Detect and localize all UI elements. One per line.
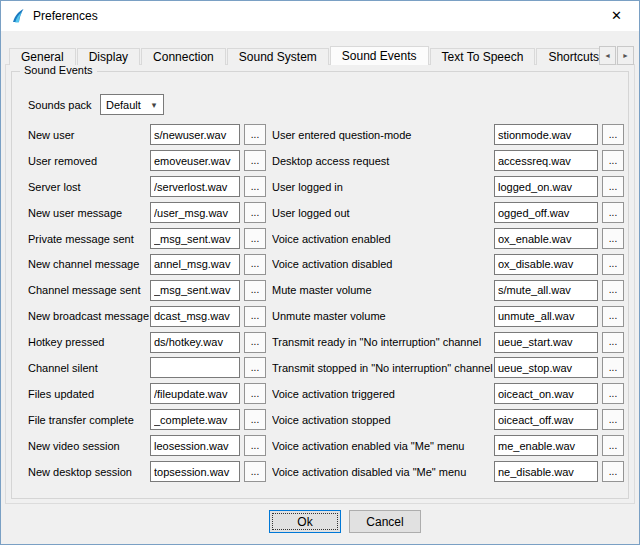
browse-button[interactable]: ... (244, 202, 266, 223)
sound-event-label: New user message (28, 207, 150, 219)
close-button[interactable]: ✕ (594, 1, 639, 30)
sound-file-input[interactable] (494, 124, 598, 145)
sound-file-input[interactable] (150, 124, 240, 145)
sound-event-label: User logged in (272, 181, 494, 193)
sound-event-row: Desktop access request... (272, 148, 624, 174)
sound-file-input[interactable] (150, 202, 240, 223)
sound-event-row: Voice activation disabled... (272, 251, 624, 277)
sound-event-label: File transfer complete (28, 414, 150, 426)
sound-file-input[interactable] (150, 150, 240, 171)
ok-button[interactable]: Ok (269, 510, 341, 533)
tab-bar: GeneralDisplayConnectionSound SystemSoun… (9, 46, 607, 65)
sound-file-input[interactable] (150, 357, 240, 378)
browse-button[interactable]: ... (602, 461, 624, 482)
browse-button[interactable]: ... (244, 332, 266, 353)
sound-file-input[interactable] (494, 228, 598, 249)
sounds-pack-label: Sounds pack (28, 99, 100, 111)
sound-event-row: Voice activation disabled via "Me" menu.… (272, 459, 624, 485)
tab-text-to-speech[interactable]: Text To Speech (430, 48, 536, 65)
sound-file-input[interactable] (494, 150, 598, 171)
sound-event-row: Voice activation enabled... (272, 226, 624, 252)
browse-button[interactable]: ... (244, 306, 266, 327)
sound-file-input[interactable] (494, 409, 598, 430)
sound-file-input[interactable] (150, 332, 240, 353)
window-title: Preferences (33, 9, 98, 23)
sound-file-input[interactable] (150, 254, 240, 275)
browse-button[interactable]: ... (244, 409, 266, 430)
sound-file-input[interactable] (494, 280, 598, 301)
sound-event-label: Files updated (28, 388, 150, 400)
browse-button[interactable]: ... (602, 150, 624, 171)
browse-button[interactable]: ... (244, 228, 266, 249)
browse-button[interactable]: ... (602, 357, 624, 378)
sound-file-input[interactable] (494, 461, 598, 482)
sound-file-input[interactable] (494, 176, 598, 197)
browse-button[interactable]: ... (602, 332, 624, 353)
browse-button[interactable]: ... (244, 176, 266, 197)
browse-button[interactable]: ... (602, 383, 624, 404)
tab-connection[interactable]: Connection (141, 48, 226, 65)
right-column: User entered question-mode...Desktop acc… (272, 122, 624, 484)
browse-button[interactable]: ... (602, 435, 624, 456)
browse-button[interactable]: ... (244, 357, 266, 378)
app-icon (10, 8, 26, 24)
sound-event-label: Transmit ready in "No interruption" chan… (272, 336, 494, 348)
sound-event-row: Channel silent... (28, 355, 266, 381)
sound-file-input[interactable] (150, 306, 240, 327)
sound-event-row: Channel message sent... (28, 277, 266, 303)
tab-scroll-right-icon[interactable]: ► (617, 46, 634, 65)
tab-scroll-left-icon[interactable]: ◄ (599, 46, 616, 65)
sound-event-row: Files updated... (28, 381, 266, 407)
browse-button[interactable]: ... (244, 280, 266, 301)
sound-event-label: Channel silent (28, 362, 150, 374)
browse-button[interactable]: ... (244, 150, 266, 171)
tab-general[interactable]: General (9, 48, 76, 65)
tab-sound-events[interactable]: Sound Events (330, 46, 429, 65)
sound-file-input[interactable] (494, 435, 598, 456)
browse-button[interactable]: ... (244, 435, 266, 456)
browse-button[interactable]: ... (602, 280, 624, 301)
sound-event-row: New video session... (28, 433, 266, 459)
cancel-button[interactable]: Cancel (349, 510, 421, 533)
sound-file-input[interactable] (150, 435, 240, 456)
sound-event-label: User entered question-mode (272, 129, 494, 141)
sounds-pack-select[interactable]: Default ▾ (100, 94, 164, 115)
sound-event-label: New broadcast message (28, 310, 150, 322)
sound-event-label: Voice activation disabled via "Me" menu (272, 466, 494, 478)
sound-file-input[interactable] (150, 461, 240, 482)
browse-button[interactable]: ... (602, 228, 624, 249)
left-column: New user...User removed...Server lost...… (28, 122, 266, 484)
browse-button[interactable]: ... (244, 383, 266, 404)
sound-file-input[interactable] (494, 202, 598, 223)
sound-event-label: Desktop access request (272, 155, 494, 167)
sound-file-input[interactable] (494, 254, 598, 275)
tab-shortcuts[interactable]: Shortcuts (536, 48, 607, 65)
browse-button[interactable]: ... (244, 254, 266, 275)
browse-button[interactable]: ... (602, 409, 624, 430)
sound-event-row: Server lost... (28, 174, 266, 200)
sound-event-label: Private message sent (28, 233, 150, 245)
browse-button[interactable]: ... (244, 461, 266, 482)
browse-button[interactable]: ... (602, 124, 624, 145)
sound-file-input[interactable] (150, 383, 240, 404)
browse-button[interactable]: ... (602, 202, 624, 223)
sound-event-row: Voice activation stopped... (272, 407, 624, 433)
browse-button[interactable]: ... (244, 124, 266, 145)
sound-file-input[interactable] (494, 332, 598, 353)
sound-file-input[interactable] (150, 280, 240, 301)
sound-event-label: Voice activation enabled (272, 233, 494, 245)
sound-file-input[interactable] (494, 383, 598, 404)
sound-file-input[interactable] (494, 357, 598, 378)
sounds-pack-row: Sounds pack Default ▾ (28, 94, 164, 115)
sound-file-input[interactable] (150, 176, 240, 197)
sound-file-input[interactable] (494, 306, 598, 327)
sound-file-input[interactable] (150, 409, 240, 430)
browse-button[interactable]: ... (602, 176, 624, 197)
tab-display[interactable]: Display (77, 48, 140, 65)
tab-sound-system[interactable]: Sound System (227, 48, 329, 65)
browse-button[interactable]: ... (602, 254, 624, 275)
browse-button[interactable]: ... (602, 306, 624, 327)
sound-event-label: New video session (28, 440, 150, 452)
sound-file-input[interactable] (150, 228, 240, 249)
sound-event-row: Voice activation triggered... (272, 381, 624, 407)
